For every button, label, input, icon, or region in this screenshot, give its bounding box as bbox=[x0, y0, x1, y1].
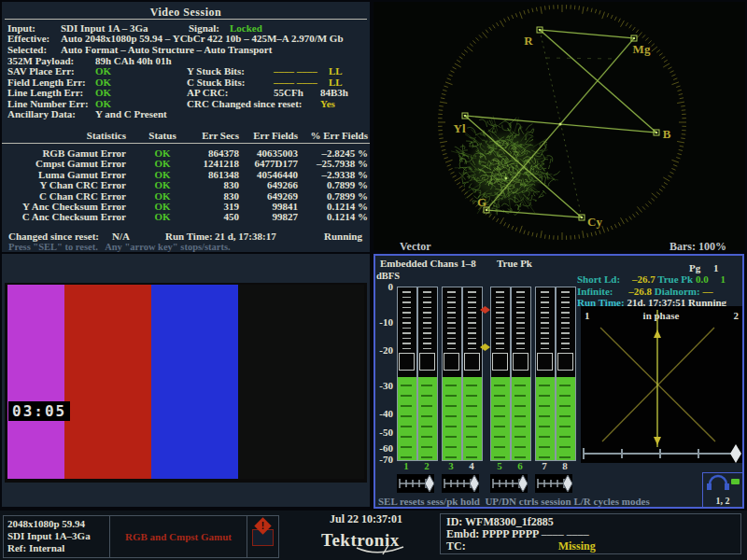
graticule-tick bbox=[459, 186, 463, 189]
peak-hold-box bbox=[537, 353, 553, 371]
meter-tick bbox=[496, 332, 504, 334]
graticule-tick bbox=[678, 90, 682, 91]
stats-cell: 864378 bbox=[185, 147, 239, 159]
wfm-screen: Video Session Input: SDI Input 1A – 3Ga … bbox=[0, 0, 747, 560]
shortld-label: Short Ld: bbox=[577, 273, 620, 285]
vector-target-label: Cy bbox=[587, 215, 602, 229]
ystuck-value: LL bbox=[329, 65, 343, 77]
meter-tick bbox=[496, 317, 504, 319]
graticule-tick bbox=[659, 189, 663, 191]
meter-level-tick bbox=[445, 436, 457, 438]
graticule-tick bbox=[676, 158, 680, 159]
graticule-tick bbox=[467, 47, 472, 51]
meter-level-tick bbox=[494, 446, 505, 448]
video-session-panel: Video Session Input: SDI Input 1A – 3Ga … bbox=[2, 2, 370, 252]
format-info-cell: 2048x1080p 59.94 SDI Input 1A–3Ga Ref: I… bbox=[4, 516, 110, 557]
balance-widget bbox=[442, 474, 479, 493]
vector-center-dot bbox=[559, 123, 562, 126]
meter-level-tick bbox=[466, 426, 477, 427]
meter-tick bbox=[402, 312, 411, 314]
shortld-value: –26.7 bbox=[632, 273, 655, 285]
meter-level-tick bbox=[445, 415, 457, 417]
stats-cell: 99841 bbox=[243, 201, 298, 212]
graticule-tick bbox=[445, 82, 453, 85]
stats-header-cell: Err Secs bbox=[185, 130, 239, 141]
meter-tick bbox=[516, 297, 525, 299]
meter-level-tick bbox=[445, 395, 457, 397]
stats-cell: –25.7938 % bbox=[301, 158, 368, 169]
ystuck-label: Y Stuck Bits: bbox=[187, 65, 245, 77]
balance-scale bbox=[442, 474, 479, 493]
color-bar bbox=[7, 285, 64, 479]
stats-cell: 40546440 bbox=[243, 169, 298, 180]
stats-row: Y Anc Checksum ErrorOK319998410.1214 % bbox=[2, 201, 370, 212]
meter-tick bbox=[423, 332, 431, 334]
meter-level-tick bbox=[401, 456, 412, 458]
meter-tick bbox=[541, 328, 549, 329]
graticule-tick bbox=[591, 8, 592, 12]
warning-exclamation: ! bbox=[257, 521, 269, 532]
meter-level-tick bbox=[401, 385, 412, 386]
meter-tick bbox=[423, 322, 431, 324]
meter-tick bbox=[423, 317, 431, 319]
graticule-tick bbox=[656, 192, 660, 195]
apcrc-value1: 55CFh bbox=[274, 87, 303, 98]
graticule-tick bbox=[455, 177, 461, 181]
graticule-tick bbox=[459, 57, 463, 60]
meter-tick bbox=[447, 312, 456, 314]
meter-level bbox=[512, 377, 530, 460]
meter-bar bbox=[417, 287, 438, 461]
meter-tick bbox=[561, 301, 570, 303]
graticule-tick bbox=[440, 141, 447, 142]
graticule-tick bbox=[671, 75, 675, 77]
meter-tick bbox=[447, 343, 456, 344]
graticule-tick bbox=[679, 94, 683, 95]
graticule-tick bbox=[642, 35, 645, 37]
meter-level-tick bbox=[514, 456, 526, 458]
truepk-value: 0.0 bbox=[696, 273, 709, 285]
audio-unit: dBFS bbox=[376, 271, 400, 281]
stats-header-cell: Err Fields bbox=[243, 130, 298, 141]
graticule-tick bbox=[677, 102, 684, 103]
meter-tick bbox=[561, 297, 570, 299]
meter-tick bbox=[541, 343, 549, 344]
meter-tick bbox=[516, 332, 525, 334]
graticule-tick bbox=[662, 186, 666, 189]
graticule-tick bbox=[441, 146, 444, 147]
graticule-tick bbox=[595, 231, 596, 235]
meter-tick bbox=[541, 301, 549, 303]
graticule-tick bbox=[461, 53, 465, 56]
meter-level-tick bbox=[559, 426, 571, 427]
graticule-tick bbox=[512, 226, 514, 230]
truepk-extra: 1 bbox=[720, 273, 726, 285]
meter-tick bbox=[423, 338, 431, 340]
meter-level-tick bbox=[445, 385, 457, 386]
changed-value: N/A bbox=[112, 231, 130, 242]
meter-level-tick bbox=[559, 415, 571, 417]
graticule-tick bbox=[663, 177, 669, 181]
stats-row: Cmpst Gamut ErrorOK12412186477D177–25.79… bbox=[2, 158, 370, 169]
meter-level-tick bbox=[494, 436, 505, 438]
meter-tick bbox=[447, 322, 456, 324]
meter-tick bbox=[516, 317, 525, 319]
meter-level-tick bbox=[494, 415, 505, 417]
meter-level-tick bbox=[559, 395, 571, 397]
stats-row: Y Chan CRC ErrorOK8306492660.7899 % bbox=[2, 179, 370, 190]
meter-level-tick bbox=[401, 426, 412, 427]
meter-tick bbox=[516, 343, 525, 344]
graticule-tick bbox=[483, 32, 487, 37]
meter-tick bbox=[468, 322, 476, 324]
stats-cell: OK bbox=[144, 201, 181, 212]
meter-tick bbox=[516, 328, 525, 329]
graticule-tick bbox=[486, 30, 488, 34]
meter-level-tick bbox=[421, 436, 432, 438]
meter-tick bbox=[541, 322, 549, 324]
scale-label: -60 bbox=[375, 442, 393, 454]
stats-cell: 649269 bbox=[243, 190, 298, 202]
graticule-tick bbox=[470, 44, 472, 47]
stats-cell: 0.7899 % bbox=[301, 190, 368, 202]
meter-tick bbox=[423, 291, 431, 293]
meter-tick bbox=[516, 301, 525, 303]
meter-tick bbox=[402, 343, 411, 344]
stats-header-cell: % Err Fields bbox=[301, 130, 368, 141]
